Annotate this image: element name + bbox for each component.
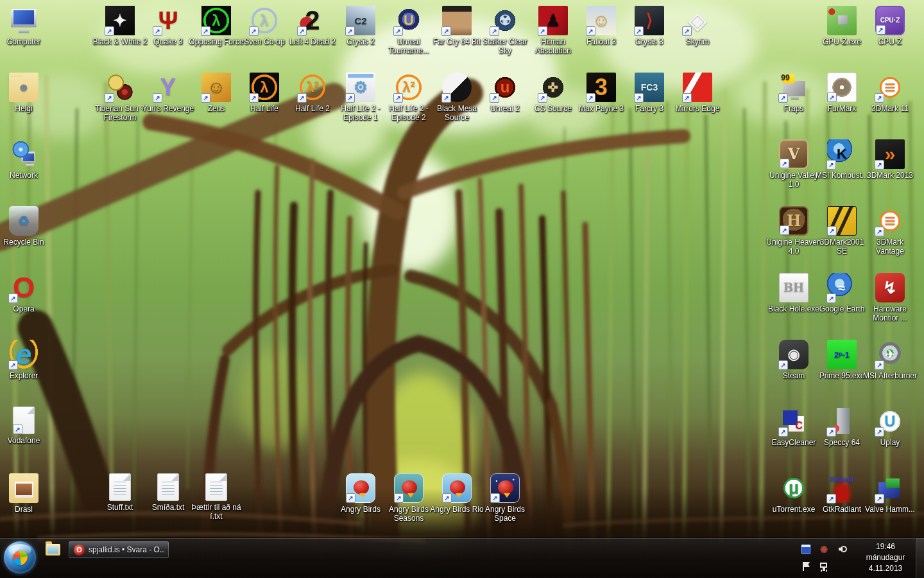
shortcut-arrow-icon: ↗: [778, 360, 788, 370]
icon-glyph: λ: [260, 80, 268, 95]
desktop[interactable]: ↗ Computer ✦ ↗ Black & White 2 Ψ ↗ Quake…: [0, 0, 924, 578]
icon-label: Angry Birds: [333, 505, 388, 514]
desktop-icon-smida-txt[interactable]: ↗ Smíða.txt: [141, 473, 196, 512]
desktop-icon-unigine-valley[interactable]: V ↗ Unigine Valley 1.0: [766, 139, 821, 189]
icon-label: Speccy 64: [814, 438, 869, 447]
start-button[interactable]: [4, 541, 36, 574]
taskbar-window-opera[interactable]: O spjallid.is • Svara - O...: [68, 541, 169, 559]
desktop-icon-hardware-monitor[interactable]: ↯ ↗ Hardware Montior ...: [862, 273, 918, 322]
desktop-icon-half-life[interactable]: λ ↗ Half Life: [237, 73, 292, 113]
desktop-icon-computer[interactable]: ↗ Computer: [0, 6, 51, 46]
desktop-icon-thaettir-txt[interactable]: ↗ Þættir til að ná í.txt: [189, 473, 244, 521]
desktop-icon-half-life-2[interactable]: λ² ↗ Half Life 2: [285, 73, 340, 113]
taskbar-clock[interactable]: 19:46 mánudagur 4.11.2013: [857, 541, 914, 574]
show-desktop-button[interactable]: [915, 538, 924, 578]
desktop-icon-furmark[interactable]: ↗ FurMark: [814, 73, 869, 113]
shortcut-arrow-icon: ↗: [780, 159, 789, 168]
desktop-icon-far-cry-64-bit[interactable]: ↗ Far Cry 64 Bit: [429, 6, 484, 46]
icon-label: Crysis 3: [622, 37, 677, 46]
desktop-icon-easycleaner[interactable]: C ↗ EasyCleaner: [766, 407, 821, 447]
desktop-icon-gtkradiant[interactable]: Radiant ↗ GtkRadiant: [814, 473, 869, 514]
icon-glyph: U: [884, 414, 895, 429]
taskbar-explorer-icon[interactable]: [46, 544, 60, 556]
icon-label: Þættir til að ná í.txt: [189, 503, 244, 521]
desktop-icon-utorrent-exe[interactable]: µ ↗ uTorrent.exe: [766, 473, 821, 514]
desktop-icon-steam[interactable]: ◉ ↗ Steam: [766, 340, 821, 380]
desktop-icon-angry-birds[interactable]: ↗ Angry Birds: [333, 473, 388, 514]
shortcut-arrow-icon: ↗: [826, 427, 836, 437]
desktop-icon-recycle-bin[interactable]: ♻ ↗ Recycle Bin: [0, 206, 51, 247]
desktop-icon-stalker-clear-sky[interactable]: ☢ ↗ Stalker Clear Sky: [477, 6, 533, 55]
icon-label: CS Source: [526, 104, 581, 113]
desktop-icon-hitman-absolution[interactable]: ♟ ↗ Hitman Absolution: [526, 6, 581, 55]
shortcut-arrow-icon: ↗: [875, 494, 884, 504]
desktop-icon-unreal-2[interactable]: u ↗ Unreal 2: [477, 73, 533, 113]
desktop-icon-half-life-2-episode-2[interactable]: λ² ↗ Half Life 2 - Episode 2: [381, 73, 436, 122]
tray-device-icon[interactable]: ✺: [819, 544, 829, 554]
desktop-icon-mirrors-edge[interactable]: ↗ Mirrors Edge: [670, 73, 725, 113]
icon-art: ↗: [346, 473, 375, 503]
action-center-flag-icon[interactable]: [801, 561, 811, 572]
desktop-icon-gpu-z-exe[interactable]: ↗ GPU-Z.exe: [814, 6, 869, 46]
desktop-icon-msi-kombustor[interactable]: K ↗ MSI Kombust...: [814, 139, 869, 180]
desktop-icon-black-and-white-2[interactable]: ✦ ↗ Black & White 2: [92, 6, 148, 46]
desktop-icon-half-life-2-episode-1[interactable]: ⚙ ↗ Half Life 2 - Episode 1: [333, 73, 388, 122]
desktop-icon-crysis-2[interactable]: C2 ↗ Crysis 2: [333, 6, 388, 46]
desktop-icon-helgi[interactable]: ☻ ↗ Helgi: [0, 73, 51, 113]
desktop-icon-black-mesa-source[interactable]: ↗ Black Mesa Source: [429, 73, 484, 122]
network-status-icon[interactable]: [819, 561, 829, 572]
desktop-icon-farcry-3[interactable]: FC3 ↗ Farcry 3: [622, 73, 677, 113]
desktop-icon-drasl[interactable]: ↗ Drasl: [0, 473, 51, 514]
shortcut-arrow-icon: ↗: [105, 93, 114, 103]
desktop-icon-uplay[interactable]: U ↗ Uplay: [862, 407, 918, 447]
desktop-icon-3dmark2001-se[interactable]: ↗ 3DMark2001 SE: [814, 206, 869, 256]
desktop-icon-max-payne-3[interactable]: 3 ↗ Max Payne 3: [574, 73, 629, 113]
shortcut-arrow-icon: ↗: [875, 227, 884, 236]
desktop-icon-opposing-force[interactable]: λ ↗ Opposing Force: [189, 6, 244, 46]
tray-app-window-icon[interactable]: [801, 544, 811, 554]
desktop-icon-angry-birds-rio[interactable]: ↗ Angry Birds Rio: [429, 473, 484, 514]
desktop-icon-unigine-heaven[interactable]: H ↗ Unigine Heaven 4.0: [766, 206, 821, 256]
volume-icon[interactable]: [837, 544, 847, 554]
desktop-icon-3dmark-vantage[interactable]: ≡ ↗ 3DMark Vantage: [862, 206, 918, 256]
shortcut-arrow-icon: ↗: [778, 427, 788, 437]
shortcut-arrow-icon: ↗: [876, 25, 886, 35]
desktop-icon-msi-afterburner[interactable]: ✈ ↗ MSI Afterburner: [862, 340, 918, 380]
desktop-icon-google-earth[interactable]: ≈ ↗ Google Earth: [814, 273, 869, 313]
desktop-icon-vodafone[interactable]: ↗ Vodafone: [0, 407, 51, 445]
icon-art: ↗: [490, 473, 520, 503]
icon-label: Stuff.txt: [92, 503, 148, 512]
desktop-icon-tiberian-sun-firestorm[interactable]: ↗ Tiberian Sun + Firestorm: [92, 73, 148, 122]
desktop-icon-stuff-txt[interactable]: ↗ Stuff.txt: [92, 473, 148, 512]
desktop-icon-zeus[interactable]: ☺ ↗ Zeus: [189, 73, 244, 113]
desktop-icon-valve-hammer[interactable]: ↗ Valve Hamm...: [862, 473, 918, 514]
desktop-icon-crysis-3[interactable]: ⟩ ↗ Crysis 3: [622, 6, 677, 46]
desktop-icon-prime-95-exe[interactable]: 2ᵖ-1 ↗ Prime 95.exe: [814, 340, 869, 380]
desktop-icon-unreal-tournament[interactable]: U ↗ Unreal Tourname...: [381, 6, 436, 55]
desktop-icon-quake-3[interactable]: Ψ ↗ Quake 3: [141, 6, 196, 46]
desktop-icon-3dmark-2013[interactable]: » ↗ 3DMark 2013: [862, 139, 918, 180]
desktop-icon-left-4-dead-2[interactable]: 2 ↗ Left 4 Dead 2: [285, 6, 340, 46]
desktop-icon-explorer[interactable]: e ↗ Explorer: [0, 340, 51, 380]
desktop-icon-cpu-z[interactable]: CPU·Z ↗ CPU-Z: [862, 6, 918, 46]
desktop-icon-speccy-64[interactable]: ↗ Speccy 64: [814, 407, 869, 447]
icon-glyph: λ: [212, 13, 220, 28]
desktop-icon-black-hole-exe[interactable]: BH ↗ Black Hole.exe: [766, 273, 821, 313]
desktop-icon-sven-co-op[interactable]: λ ↗ Sven Co-op: [237, 6, 292, 46]
desktop-icon-3dmark-11[interactable]: ≡ ↗ 3DMark 11: [862, 73, 918, 113]
desktop-icon-angry-birds-space[interactable]: ↗ Angry Birds Space: [477, 473, 533, 523]
shortcut-arrow-icon: ↗: [780, 225, 789, 235]
icon-glyph: ✈: [885, 349, 894, 360]
icon-art: u ↗: [490, 73, 520, 102]
desktop-icon-fraps[interactable]: 99 ↗ Fraps: [766, 73, 821, 113]
desktop-icon-network[interactable]: ↗ Network: [0, 139, 51, 180]
desktop-icon-opera[interactable]: O ↗ Opera: [0, 273, 51, 313]
desktop-icon-cs-source[interactable]: ✜ ↗ CS Source: [526, 73, 581, 113]
desktop-icon-fallout-3[interactable]: ☺ ↗ Fallout 3: [574, 6, 629, 46]
desktop-icon-angry-birds-seasons[interactable]: ↗ Angry Birds Seasons: [381, 473, 436, 523]
icon-art: ↗: [9, 473, 38, 503]
icon-label: Recycle Bin: [0, 238, 51, 247]
desktop-icon-skyrim[interactable]: ◈ ↗ Skyrim: [670, 6, 725, 46]
icon-glyph: ≈: [839, 281, 846, 294]
desktop-icon-yuris-revenge[interactable]: Y ↗ Yuri's Revenge: [141, 73, 196, 113]
